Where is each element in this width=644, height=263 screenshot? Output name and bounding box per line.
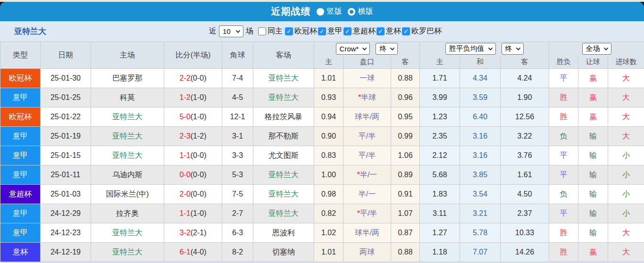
- layout-radio-vertical[interactable]: 竖版: [317, 7, 342, 16]
- table-row: 意甲 25-01-11 乌迪内斯 0-0(0-0) 5-3 亚特兰大 1.00 …: [0, 165, 644, 185]
- cell-odds-away: 0.91: [391, 185, 420, 204]
- cell-score: 1-2(1-0): [164, 88, 222, 107]
- odds-time-select[interactable]: 终: [376, 43, 398, 55]
- score-halftime: (4-0): [191, 248, 207, 256]
- recent-label: 近: [209, 26, 217, 36]
- radio-horizontal-label: 横版: [358, 7, 373, 16]
- chevron-down-icon: [236, 28, 241, 33]
- cell-away-team: 亚特兰大: [253, 204, 314, 223]
- cell-avg-draw: 3.54: [460, 185, 501, 204]
- cell-home-team: 国际米兰(中): [91, 185, 164, 204]
- filters: 近 10 场 同主 欧冠杯 意甲 意超杯 意杯 欧罗巴杯: [209, 25, 442, 37]
- col-wdl: 胜负: [549, 56, 578, 69]
- radio-vertical-icon[interactable]: [317, 8, 324, 16]
- same-home-filter[interactable]: 同主: [258, 26, 283, 36]
- score-fulltime: 1-1: [180, 151, 191, 159]
- cell-home-team: 科莫: [91, 88, 164, 107]
- handicap-value: 球半/两: [355, 229, 379, 237]
- col-date: 日期: [41, 42, 91, 69]
- cell-result-handicap: 赢: [578, 243, 608, 262]
- handicap-value: 两球: [360, 248, 375, 256]
- cell-avg-draw: 3.21: [460, 204, 501, 223]
- cell-away-team: 尤文图斯: [253, 146, 314, 165]
- cell-result-goals: 小: [608, 204, 644, 223]
- league-filter[interactable]: 意甲: [318, 26, 343, 36]
- cell-avg-home: 1.71: [420, 69, 460, 88]
- cell-odds-home: 0.93: [314, 88, 343, 107]
- league-filter[interactable]: 欧冠杯: [285, 26, 317, 36]
- cell-score: 2-2(0-0): [164, 69, 222, 88]
- cell-corner: 12-1: [222, 107, 253, 127]
- cell-avg-home: 3.99: [420, 88, 460, 107]
- cell-result-handicap: 输: [578, 204, 608, 223]
- handicap-value: 一球: [360, 74, 375, 82]
- recent-count-select[interactable]: 10: [219, 25, 243, 37]
- league-checkbox[interactable]: [402, 27, 410, 35]
- avg-type-value: 胜平负均值: [449, 44, 485, 53]
- scope-select[interactable]: 全场: [582, 43, 611, 55]
- cell-result-handicap: 输: [578, 223, 608, 243]
- score-halftime: (0-0): [191, 190, 207, 198]
- cell-result-goals: 大: [608, 88, 644, 107]
- cell-corner: 3-3: [222, 146, 253, 165]
- page-title: 近期战绩: [271, 5, 311, 18]
- topbar: 近期战绩 竖版 横版: [0, 2, 644, 21]
- cell-avg-draw: 4.34: [460, 69, 501, 88]
- league-filters: 欧冠杯 意甲 意超杯 意杯 欧罗巴杯: [285, 26, 442, 36]
- col-type: 类型: [0, 42, 41, 69]
- cell-league-type: 意甲: [0, 127, 41, 146]
- cell-away-team: 恩波利: [253, 223, 314, 243]
- league-checkbox[interactable]: [285, 27, 293, 35]
- cell-result-handicap: 输: [578, 127, 608, 146]
- cell-handicap: *平/半: [343, 204, 391, 223]
- cell-result-wdl: 平: [549, 69, 578, 88]
- cell-avg-draw: 6.40: [460, 107, 501, 127]
- cell-corner: 3-1: [222, 127, 253, 146]
- cell-avg-draw: 3.16: [460, 146, 501, 165]
- cell-avg-home: 5.68: [420, 165, 460, 185]
- layout-radio-horizontal[interactable]: 横版: [348, 7, 373, 16]
- team-name: 亚特兰大: [14, 26, 46, 37]
- league-checkbox[interactable]: [376, 27, 385, 35]
- cell-odds-home: 0.83: [314, 146, 343, 165]
- radio-horizontal-icon[interactable]: [348, 8, 355, 16]
- bookmaker-select[interactable]: Crow*: [336, 43, 370, 55]
- col-handicap: 盘口: [343, 56, 391, 69]
- avg-time-value: 终: [505, 44, 512, 53]
- league-filter[interactable]: 欧罗巴杯: [402, 26, 442, 36]
- league-label: 意甲: [327, 26, 343, 36]
- score-fulltime: 5-0: [180, 113, 191, 121]
- league-checkbox[interactable]: [343, 27, 351, 35]
- cell-handicap: 平/半: [343, 146, 391, 165]
- cell-odds-home: 0.82: [314, 204, 343, 223]
- cell-avg-home: 3.11: [420, 204, 460, 223]
- league-filter[interactable]: 意超杯: [343, 26, 376, 36]
- chevron-down-icon: [603, 46, 608, 50]
- handicap-value: 球半/两: [355, 113, 379, 121]
- cell-odds-home: 0.94: [314, 107, 343, 127]
- cell-odds-home: 1.01: [314, 243, 343, 262]
- avg-type-select[interactable]: 胜平负均值: [445, 43, 496, 55]
- cell-avg-away: 2.37: [501, 204, 549, 223]
- avg-time-select[interactable]: 终: [502, 43, 524, 55]
- cell-score: 5-0(1-0): [164, 107, 222, 127]
- cell-avg-home: 1.18: [420, 243, 460, 262]
- cell-home-team: 亚特兰大: [91, 107, 164, 127]
- cell-away-team: 亚特兰大: [253, 69, 314, 88]
- cell-corner: 4-5: [222, 88, 253, 107]
- same-home-label: 同主: [268, 26, 283, 36]
- table-header: 类型 日期 主场 比分(半场) 角球 客场 Crow* 终: [0, 42, 644, 69]
- cell-avg-home: 1.27: [420, 223, 460, 243]
- cell-date: 25-01-30: [41, 69, 91, 88]
- cell-result-wdl: 胜: [549, 223, 578, 243]
- league-label: 欧罗巴杯: [411, 26, 442, 36]
- cell-result-goals: 大: [608, 127, 644, 146]
- cell-avg-away: 10.33: [501, 223, 549, 243]
- same-home-checkbox[interactable]: [258, 27, 266, 35]
- score-fulltime: 6-1: [180, 248, 191, 256]
- cell-avg-away: 3.76: [501, 146, 549, 165]
- chevron-down-icon: [362, 46, 367, 50]
- cell-odds-home: 1.02: [314, 223, 343, 243]
- league-filter[interactable]: 意杯: [376, 26, 401, 36]
- league-checkbox[interactable]: [318, 27, 326, 35]
